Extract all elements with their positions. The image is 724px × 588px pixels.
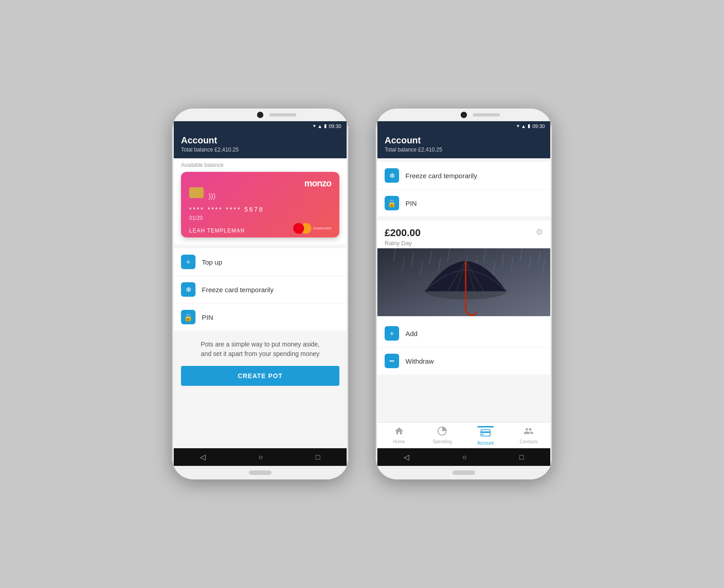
plus-icon: ＋ [181,255,195,269]
camera-right [461,112,467,118]
nav-account-label: Account [477,441,494,446]
svg-rect-27 [481,432,490,433]
mc-red [293,223,304,234]
home-bar-right [452,470,475,475]
pot-withdraw-label: Withdraw [405,357,434,365]
phone-button-bar-left [172,466,348,479]
home-bar-left [249,470,272,475]
time-left: 09:30 [329,123,341,129]
phone-top-bar-right [376,109,552,121]
battery-icon: ▮ [324,123,327,129]
minus-icon-pot: − [385,354,399,368]
scrolled-menu: ❄ Freeze card temporarily 🔒 PIN [377,162,550,217]
menu-item-pin[interactable]: 🔒 PIN [174,303,347,331]
menu-label-pin: PIN [202,313,213,321]
status-icons-right: ▾ ▲ ▮ 09:30 [517,123,545,129]
spending-nav-icon [437,426,447,438]
signal-icon: ▲ [318,123,323,129]
nav-contacts-label: Contacts [520,439,538,444]
plus-icon-pot: ＋ [385,326,399,341]
wifi-icon-r: ▾ [517,123,519,129]
nav-active-bar [477,426,494,427]
back-button-left[interactable]: ◁ [200,453,205,461]
speaker-right [473,114,500,117]
app-header-left: Account Total balance £2,410.25 [174,131,347,158]
pots-section: Pots are a simple way to put money aside… [174,331,347,448]
battery-icon-r: ▮ [528,123,530,129]
time-right: 09:30 [532,123,545,129]
card-menu-list: ＋ Top up ❄ Freeze card temporarily 🔒 PIN [174,248,347,331]
pot-image [377,248,550,316]
pot-name: Rainy Day [385,240,421,247]
pot-add-button[interactable]: ＋ Add [377,320,550,347]
card-expiry: 01/20 [189,215,331,221]
menu-label-pin-r: PIN [405,199,417,207]
android-nav-left: ◁ ○ □ [174,448,347,466]
home-button-right[interactable]: ○ [462,453,467,461]
phone-button-bar-right [376,466,552,479]
pot-amount: £200.00 [385,227,421,239]
snowflake-icon-r: ❄ [385,168,399,183]
pot-action-menu: ＋ Add − Withdraw [377,320,550,375]
nfc-icon: ))) [208,192,215,200]
screen-right: ▾ ▲ ▮ 09:30 Account Total balance £2,410… [377,121,550,466]
recent-button-right[interactable]: □ [519,453,524,461]
card-section: Available balance monzo ))) **** **** **… [174,158,347,245]
svg-rect-28 [482,434,484,435]
signal-icon-r: ▲ [521,123,526,129]
nav-contacts[interactable]: Contacts [507,422,551,448]
screen-content-right: ❄ Freeze card temporarily 🔒 PIN £200.00 … [377,158,550,422]
lock-icon: 🔒 [181,310,195,324]
menu-label-topup: Top up [202,258,222,266]
header-subtitle-left: Total balance £2,410.25 [181,147,339,153]
nav-account[interactable]: Account [464,422,507,448]
pot-withdraw-button[interactable]: − Withdraw [377,347,550,375]
credit-card: monzo ))) **** **** **** 5678 01/20 LEAH… [181,172,339,237]
card-brand: monzo [305,178,331,189]
pots-description: Pots are a simple way to put money aside… [181,340,339,359]
pot-settings-icon[interactable]: ⚙ [536,227,543,237]
status-bar-right: ▾ ▲ ▮ 09:30 [377,121,550,131]
menu-item-freeze-r[interactable]: ❄ Freeze card temporarily [377,162,550,190]
pot-card: £200.00 Rainy Day ⚙ [377,221,550,375]
header-title-right: Account [385,135,543,146]
wifi-icon: ▾ [313,123,316,129]
screen-left: ▾ ▲ ▮ 09:30 Account Total balance £2,410… [174,121,347,466]
android-nav-right: ◁ ○ □ [377,448,550,466]
bottom-nav: Home Spending Account [377,422,550,448]
menu-label-freeze: Freeze card temporarily [202,286,273,294]
scene: ▾ ▲ ▮ 09:30 Account Total balance £2,410… [154,90,570,498]
recent-button-left[interactable]: □ [316,453,320,461]
card-name: LEAH TEMPLEMAN [189,228,245,234]
phone-left: ▾ ▲ ▮ 09:30 Account Total balance £2,410… [172,109,348,479]
pot-add-label: Add [405,330,418,337]
menu-label-freeze-r: Freeze card temporarily [405,172,477,180]
pot-header: £200.00 Rainy Day ⚙ [377,221,550,248]
header-title-left: Account [181,135,339,146]
mastercard-logo: mastercard [293,223,331,234]
home-nav-icon [394,426,404,438]
account-nav-icon [481,428,491,440]
card-footer: LEAH TEMPLEMAN mastercard [189,223,331,234]
status-icons-left: ▾ ▲ ▮ 09:30 [313,123,341,129]
contacts-nav-icon [524,426,533,438]
umbrella-svg [377,248,550,316]
nav-spending[interactable]: Spending [421,422,464,448]
menu-item-topup[interactable]: ＋ Top up [174,248,347,276]
avail-label: Available balance [181,162,339,168]
mc-text: mastercard [313,226,331,230]
nav-spending-label: Spending [433,439,452,444]
card-chip [189,187,204,198]
status-bar-left: ▾ ▲ ▮ 09:30 [174,121,347,131]
camera-left [257,112,263,118]
home-button-left[interactable]: ○ [258,453,263,461]
create-pot-button[interactable]: CREATE POT [181,366,339,386]
back-button-right[interactable]: ◁ [404,453,409,461]
phone-right: ▾ ▲ ▮ 09:30 Account Total balance £2,410… [376,109,552,479]
menu-item-pin-r[interactable]: 🔒 PIN [377,190,550,217]
lock-icon-r: 🔒 [385,196,399,210]
nav-home[interactable]: Home [377,422,421,448]
header-subtitle-right: Total balance £2,410.25 [385,147,543,153]
menu-item-freeze[interactable]: ❄ Freeze card temporarily [174,276,347,303]
app-header-right: Account Total balance £2,410.25 [377,131,550,158]
